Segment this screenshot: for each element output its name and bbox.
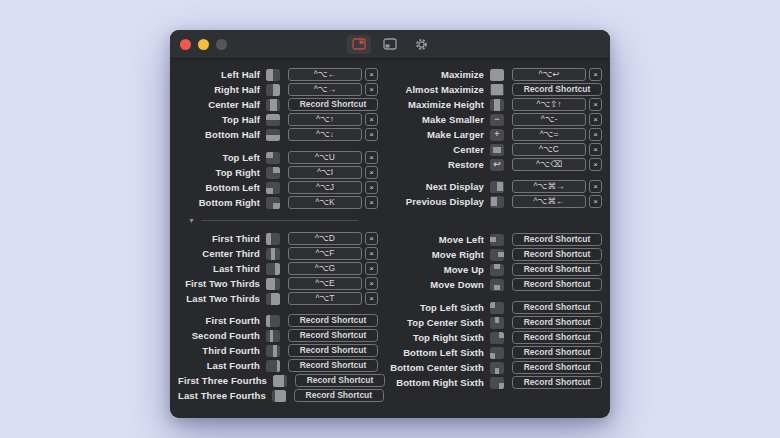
top-half-clear-shortcut-button[interactable]: ×	[365, 113, 378, 126]
move-right-record-shortcut-button[interactable]: Record Shortcut	[512, 248, 602, 261]
first-two-thirds-clear-shortcut-button[interactable]: ×	[365, 277, 378, 290]
shortcut-row-bottom-right: Bottom Right^⌥K×	[178, 195, 378, 210]
last-three-fourths-record-shortcut-button[interactable]: Record Shortcut	[294, 389, 384, 402]
last-two-thirds-icon	[266, 293, 280, 305]
maximize-shortcut-field[interactable]: ^⌥↩	[512, 68, 586, 81]
top-left-clear-shortcut-button[interactable]: ×	[365, 151, 378, 164]
make-smaller-shortcut-field[interactable]: ^⌥-	[512, 113, 586, 126]
last-third-shortcut-field[interactable]: ^⌥G	[288, 262, 362, 275]
bottom-half-clear-shortcut-button[interactable]: ×	[365, 128, 378, 141]
third-fourth-icon	[266, 345, 280, 357]
shortcut-row-move-right: Move RightRecord Shortcut	[386, 247, 602, 262]
maximize-height-clear-shortcut-button[interactable]: ×	[589, 98, 602, 111]
shortcuts-tab[interactable]	[347, 35, 371, 54]
make-larger-shortcut-field[interactable]: ^⌥=	[512, 128, 586, 141]
bottom-left-sixth-record-shortcut-button[interactable]: Record Shortcut	[512, 346, 602, 359]
next-display-shortcut-field[interactable]: ^⌥⌘→	[512, 180, 586, 193]
top-right-label: Top Right	[178, 167, 260, 178]
top-half-icon	[266, 114, 280, 126]
bottom-center-sixth-record-shortcut-button[interactable]: Record Shortcut	[512, 361, 602, 374]
last-fourth-record-shortcut-button[interactable]: Record Shortcut	[288, 359, 378, 372]
gear-icon	[415, 38, 428, 51]
top-half-label: Top Half	[178, 114, 260, 125]
make-smaller-clear-shortcut-button[interactable]: ×	[589, 113, 602, 126]
first-fourth-record-shortcut-button[interactable]: Record Shortcut	[288, 314, 378, 327]
window-tab[interactable]	[378, 35, 402, 54]
bottom-half-shortcut-field[interactable]: ^⌥↓	[288, 128, 362, 141]
maximize-icon	[490, 69, 504, 81]
settings-tab[interactable]	[409, 35, 433, 54]
zoom-button[interactable]	[216, 39, 227, 50]
top-left-sixth-record-shortcut-button[interactable]: Record Shortcut	[512, 301, 602, 314]
top-right-sixth-icon	[490, 332, 504, 344]
left-half-shortcut-field[interactable]: ^⌥←	[288, 68, 362, 81]
make-larger-control: ^⌥=×	[512, 128, 602, 141]
right-half-shortcut-field[interactable]: ^⌥→	[288, 83, 362, 96]
left-half-label: Left Half	[178, 69, 260, 80]
top-half-control: ^⌥↑×	[288, 113, 378, 126]
restore-shortcut-field[interactable]: ^⌥⌫	[512, 158, 586, 171]
bottom-right-clear-shortcut-button[interactable]: ×	[365, 196, 378, 209]
almost-maximize-icon	[490, 84, 504, 96]
first-third-control: ^⌥D×	[288, 232, 378, 245]
close-button[interactable]	[180, 39, 191, 50]
top-left-shortcut-field[interactable]: ^⌥U	[288, 151, 362, 164]
section-divider: ▼	[178, 210, 378, 231]
previous-display-shortcut-field[interactable]: ^⌥⌘←	[512, 195, 586, 208]
bottom-right-shortcut-field[interactable]: ^⌥K	[288, 196, 362, 209]
last-three-fourths-icon	[272, 390, 286, 402]
shortcut-group: Left Half^⌥←×Right Half^⌥→×Center HalfRe…	[178, 67, 378, 142]
titlebar[interactable]	[170, 30, 610, 59]
bottom-left-icon	[266, 182, 280, 194]
first-third-shortcut-field[interactable]: ^⌥D	[288, 232, 362, 245]
first-third-label: First Third	[178, 233, 260, 244]
center-third-shortcut-field[interactable]: ^⌥F	[288, 247, 362, 260]
top-right-clear-shortcut-button[interactable]: ×	[365, 166, 378, 179]
second-fourth-record-shortcut-button[interactable]: Record Shortcut	[288, 329, 378, 342]
third-fourth-record-shortcut-button[interactable]: Record Shortcut	[288, 344, 378, 357]
first-third-clear-shortcut-button[interactable]: ×	[365, 232, 378, 245]
bottom-left-shortcut-field[interactable]: ^⌥J	[288, 181, 362, 194]
bottom-half-control: ^⌥↓×	[288, 128, 378, 141]
maximize-height-shortcut-field[interactable]: ^⌥⇧↑	[512, 98, 586, 111]
maximize-clear-shortcut-button[interactable]: ×	[589, 68, 602, 81]
maximize-control: ^⌥↩×	[512, 68, 602, 81]
top-left-icon	[266, 152, 280, 164]
shortcut-row-bottom-center-sixth: Bottom Center SixthRecord Shortcut	[386, 360, 602, 375]
minimize-button[interactable]	[198, 39, 209, 50]
move-up-label: Move Up	[386, 264, 484, 275]
first-two-thirds-shortcut-field[interactable]: ^⌥E	[288, 277, 362, 290]
almost-maximize-record-shortcut-button[interactable]: Record Shortcut	[512, 83, 602, 96]
restore-clear-shortcut-button[interactable]: ×	[589, 158, 602, 171]
next-display-control: ^⌥⌘→×	[512, 180, 602, 193]
shortcut-row-top-half: Top Half^⌥↑×	[178, 112, 378, 127]
last-three-fourths-label: Last Three Fourths	[178, 390, 266, 401]
left-half-clear-shortcut-button[interactable]: ×	[365, 68, 378, 81]
bottom-left-clear-shortcut-button[interactable]: ×	[365, 181, 378, 194]
make-larger-clear-shortcut-button[interactable]: ×	[589, 128, 602, 141]
next-display-clear-shortcut-button[interactable]: ×	[589, 180, 602, 193]
move-left-record-shortcut-button[interactable]: Record Shortcut	[512, 233, 602, 246]
disclosure-triangle-icon[interactable]: ▼	[188, 217, 195, 224]
center-shortcut-field[interactable]: ^⌥C	[512, 143, 586, 156]
maximize-height-icon	[490, 99, 504, 111]
first-three-fourths-record-shortcut-button[interactable]: Record Shortcut	[295, 374, 385, 387]
traffic-lights	[180, 39, 227, 50]
top-center-sixth-record-shortcut-button[interactable]: Record Shortcut	[512, 316, 602, 329]
shortcut-row-bottom-left: Bottom Left^⌥J×	[178, 180, 378, 195]
top-right-shortcut-field[interactable]: ^⌥I	[288, 166, 362, 179]
center-half-record-shortcut-button[interactable]: Record Shortcut	[288, 98, 378, 111]
shortcut-row-first-two-thirds: First Two Thirds^⌥E×	[178, 276, 378, 291]
center-clear-shortcut-button[interactable]: ×	[589, 143, 602, 156]
previous-display-clear-shortcut-button[interactable]: ×	[589, 195, 602, 208]
right-half-clear-shortcut-button[interactable]: ×	[365, 83, 378, 96]
last-third-clear-shortcut-button[interactable]: ×	[365, 262, 378, 275]
last-two-thirds-shortcut-field[interactable]: ^⌥T	[288, 292, 362, 305]
move-down-record-shortcut-button[interactable]: Record Shortcut	[512, 278, 602, 291]
top-right-sixth-record-shortcut-button[interactable]: Record Shortcut	[512, 331, 602, 344]
bottom-right-sixth-record-shortcut-button[interactable]: Record Shortcut	[512, 376, 602, 389]
center-third-clear-shortcut-button[interactable]: ×	[365, 247, 378, 260]
last-two-thirds-clear-shortcut-button[interactable]: ×	[365, 292, 378, 305]
move-up-record-shortcut-button[interactable]: Record Shortcut	[512, 263, 602, 276]
top-half-shortcut-field[interactable]: ^⌥↑	[288, 113, 362, 126]
